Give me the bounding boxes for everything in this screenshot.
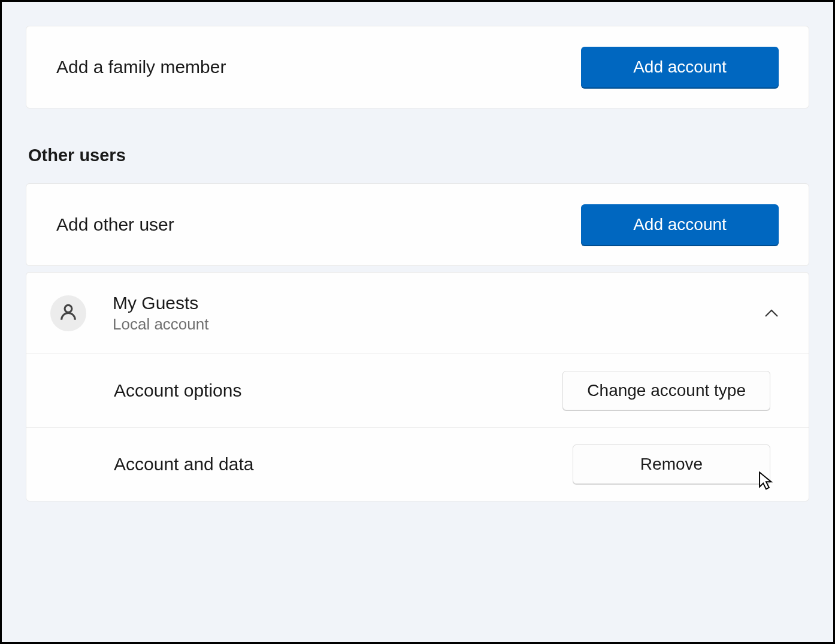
chevron-up-icon [764,306,779,321]
add-family-account-button[interactable]: Add account [581,47,779,87]
account-and-data-row: Account and data Remove [26,428,809,501]
user-name: My Guests [113,292,764,315]
avatar [50,295,86,331]
user-info: My Guests Local account [113,292,764,334]
other-users-heading: Other users [28,146,809,165]
remove-account-button[interactable]: Remove [573,445,770,484]
add-other-user-label: Add other user [56,214,174,235]
account-options-row: Account options Change account type [26,354,809,428]
user-subtitle: Local account [113,315,764,335]
person-icon [58,302,78,325]
add-other-account-button[interactable]: Add account [581,204,779,245]
account-options-label: Account options [114,380,241,401]
add-family-member-label: Add a family member [56,57,226,77]
user-account-header[interactable]: My Guests Local account [26,273,809,354]
change-account-type-button[interactable]: Change account type [562,371,770,410]
svg-point-0 [65,305,72,312]
user-account-group: My Guests Local account Account options … [26,272,809,501]
add-family-member-card: Add a family member Add account [26,26,809,108]
account-and-data-label: Account and data [114,454,254,474]
add-other-user-card: Add other user Add account [26,183,809,266]
